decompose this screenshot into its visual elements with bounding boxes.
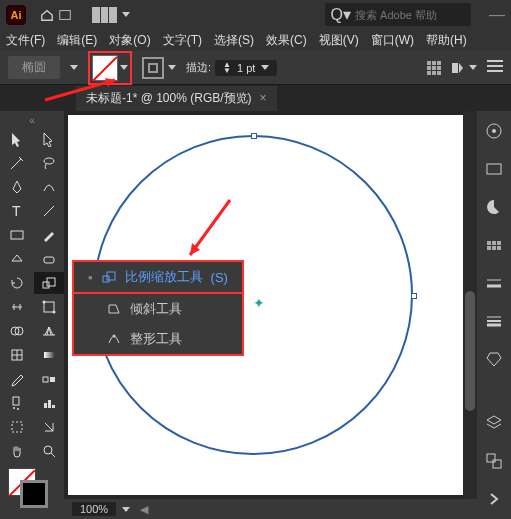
vertical-scrollbar[interactable]	[463, 111, 477, 499]
tearoff-grip-icon: ▪	[88, 270, 93, 285]
arrange-icon[interactable]	[451, 60, 477, 76]
symbol-sprayer-tool[interactable]	[2, 392, 32, 414]
search-box[interactable]: Q▾	[325, 3, 471, 26]
home-icon[interactable]	[40, 8, 54, 22]
scale-tool-flyout: ▪ 比例缩放工具 (S) 倾斜工具 整形工具	[72, 260, 244, 356]
workspace-switcher[interactable]	[92, 7, 130, 23]
menu-effect[interactable]: 效果(C)	[266, 32, 307, 49]
svg-rect-22	[50, 377, 55, 382]
selection-handle[interactable]	[251, 133, 257, 139]
artboards-panel-icon[interactable]	[484, 451, 504, 471]
pen-tool[interactable]	[2, 176, 32, 198]
hand-tool[interactable]	[2, 440, 32, 462]
eyedropper-tool[interactable]	[2, 368, 32, 390]
rectangle-tool[interactable]	[2, 224, 32, 246]
column-graph-tool[interactable]	[34, 392, 64, 414]
direct-selection-tool[interactable]	[34, 128, 64, 150]
svg-rect-23	[13, 397, 19, 405]
symbols-panel-icon[interactable]	[484, 349, 504, 369]
reshape-tool-icon	[106, 331, 122, 347]
expand-panels-icon[interactable]	[484, 489, 504, 509]
minimize-icon[interactable]: —	[489, 6, 505, 24]
svg-rect-42	[103, 276, 109, 282]
document-tab-title: 未标题-1* @ 100% (RGB/预览)	[86, 90, 252, 107]
selection-tool[interactable]	[2, 128, 32, 150]
slice-tool[interactable]	[34, 416, 64, 438]
toolbox: « T	[0, 111, 64, 519]
fill-none-icon	[92, 55, 118, 81]
blend-tool[interactable]	[34, 368, 64, 390]
document-tab[interactable]: 未标题-1* @ 100% (RGB/预览) ×	[76, 86, 277, 111]
layers-panel-icon[interactable]	[484, 413, 504, 433]
brushes-panel-icon[interactable]	[484, 273, 504, 293]
tool-dropdown-caret[interactable]	[70, 65, 78, 70]
svg-rect-1	[452, 63, 458, 73]
menubar: 文件(F) 编辑(E) 对象(O) 文字(T) 选择(S) 效果(C) 视图(V…	[0, 29, 511, 51]
mesh-tool[interactable]	[2, 344, 32, 366]
svg-point-25	[17, 408, 19, 410]
svg-rect-26	[44, 403, 47, 408]
width-tool[interactable]	[2, 296, 32, 318]
rotate-tool[interactable]	[2, 272, 32, 294]
menu-window[interactable]: 窗口(W)	[371, 32, 414, 49]
eraser-tool[interactable]	[34, 248, 64, 270]
stroke-label: 描边:	[186, 60, 211, 75]
menu-file[interactable]: 文件(F)	[6, 32, 45, 49]
scale-tool[interactable]	[34, 272, 64, 294]
properties-panel-icon[interactable]	[484, 121, 504, 141]
align-panel-icon[interactable]	[427, 61, 441, 75]
options-menu-icon[interactable]	[487, 59, 503, 77]
gradient-tool[interactable]	[34, 344, 64, 366]
free-transform-tool[interactable]	[34, 296, 64, 318]
svg-point-33	[492, 129, 496, 133]
active-tool-label: 椭圆	[8, 56, 60, 79]
flyout-item-shear[interactable]: 倾斜工具	[74, 292, 242, 324]
zoom-dropdown-caret[interactable]	[122, 507, 130, 512]
svg-rect-34	[487, 164, 501, 174]
type-tool[interactable]: T	[2, 200, 32, 222]
stroke-swatch-dropdown[interactable]	[142, 57, 176, 79]
selection-handle[interactable]	[411, 293, 417, 299]
fill-stroke-indicator[interactable]	[8, 468, 48, 508]
fill-swatch-highlighted[interactable]	[88, 51, 132, 85]
perspective-grid-tool[interactable]	[34, 320, 64, 342]
search-input[interactable]	[355, 9, 465, 21]
flyout-item-label: 整形工具	[130, 330, 182, 348]
svg-point-5	[44, 158, 54, 164]
flyout-item-scale[interactable]: ▪ 比例缩放工具 (S)	[74, 262, 242, 292]
artboard-tool[interactable]	[2, 416, 32, 438]
magic-wand-tool[interactable]	[2, 152, 32, 174]
close-tab-icon[interactable]: ×	[260, 91, 267, 105]
menu-view[interactable]: 视图(V)	[319, 32, 359, 49]
paintbrush-tool[interactable]	[34, 224, 64, 246]
curvature-tool[interactable]	[34, 176, 64, 198]
menu-type[interactable]: 文字(T)	[163, 32, 202, 49]
line-tool[interactable]	[34, 200, 64, 222]
shape-builder-tool[interactable]	[2, 320, 32, 342]
shaper-tool[interactable]	[2, 248, 32, 270]
stroke-panel-icon[interactable]	[484, 311, 504, 331]
zoom-level[interactable]: 100%	[72, 502, 116, 516]
swatches-panel-icon[interactable]	[484, 235, 504, 255]
scrollbar-thumb[interactable]	[465, 291, 475, 411]
lasso-tool[interactable]	[34, 152, 64, 174]
menu-edit[interactable]: 编辑(E)	[57, 32, 97, 49]
libraries-panel-icon[interactable]	[484, 159, 504, 179]
flyout-item-reshape[interactable]: 整形工具	[74, 324, 242, 354]
menu-help[interactable]: 帮助(H)	[426, 32, 467, 49]
menu-select[interactable]: 选择(S)	[214, 32, 254, 49]
svg-rect-9	[44, 257, 54, 263]
color-panel-icon[interactable]	[484, 197, 504, 217]
transform-origin-icon[interactable]: ✦	[253, 295, 265, 311]
flyout-item-label: 比例缩放工具	[125, 268, 203, 286]
zoom-tool[interactable]	[34, 440, 64, 462]
stroke-width-stepper[interactable]: ▲▼ 1 pt	[215, 60, 277, 76]
menu-object[interactable]: 对象(O)	[109, 32, 150, 49]
stroke-swatch-icon	[142, 57, 164, 79]
svg-rect-27	[48, 400, 51, 408]
svg-rect-28	[52, 405, 55, 408]
svg-rect-41	[493, 460, 501, 468]
window-icon[interactable]	[58, 8, 72, 22]
toolbox-grip-icon[interactable]: «	[2, 115, 62, 126]
nav-prev-icon[interactable]: ◀	[140, 503, 148, 516]
